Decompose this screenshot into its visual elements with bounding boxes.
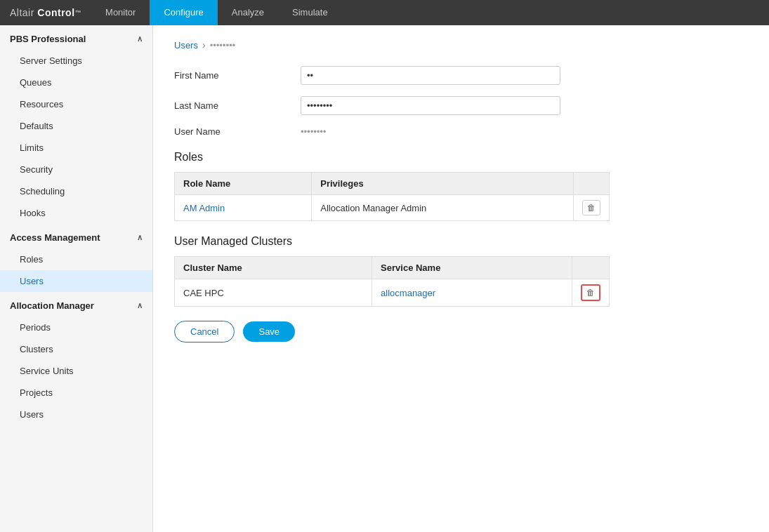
sidebar-item-security[interactable]: Security [0, 159, 152, 180]
cluster-name-cell: CAE HPC [175, 279, 372, 307]
main-layout: PBS Professional ∧ Server Settings Queue… [0, 25, 769, 532]
sidebar-item-limits[interactable]: Limits [0, 137, 152, 159]
first-name-label: First Name [174, 70, 301, 81]
chevron-up-icon-3: ∧ [137, 301, 143, 310]
nav-tab-analyze[interactable]: Analyze [218, 0, 278, 25]
nav-tab-configure[interactable]: Configure [150, 0, 217, 25]
sidebar-item-hooks[interactable]: Hooks [0, 202, 152, 224]
sidebar-section-allocation-manager-label: Allocation Manager [10, 300, 94, 311]
sidebar-item-am-users[interactable]: Users [0, 404, 152, 425]
form-group-first-name: First Name [174, 66, 748, 85]
breadcrumb-parent[interactable]: Users [174, 40, 198, 51]
logo-control: Control [37, 7, 74, 18]
first-name-input[interactable] [301, 66, 560, 85]
chevron-up-icon-2: ∧ [137, 233, 143, 242]
logo-altair: Altair [10, 7, 34, 18]
nav-tab-monitor[interactable]: Monitor [91, 0, 150, 25]
role-name-cell[interactable]: AM Admin [175, 195, 312, 221]
sidebar-section-pbs-professional-label: PBS Professional [10, 34, 86, 44]
sidebar-item-scheduling[interactable]: Scheduling [0, 180, 152, 202]
top-navigation: Altair Control™ Monitor Configure Analyz… [0, 0, 769, 25]
app-logo: Altair Control™ [0, 7, 91, 18]
role-delete-cell: 🗑 [574, 195, 610, 221]
sidebar-item-users[interactable]: Users [0, 270, 152, 292]
roles-table: Role Name Privileges AM Admin Allocation… [174, 172, 610, 221]
sidebar-item-defaults[interactable]: Defaults [0, 115, 152, 137]
service-name-cell[interactable]: allocmanager [372, 279, 572, 307]
last-name-label: Last Name [174, 100, 301, 111]
last-name-input[interactable] [301, 96, 560, 115]
breadcrumb-current: •••••••• [210, 40, 235, 51]
sidebar-item-periods[interactable]: Periods [0, 317, 152, 338]
breadcrumb: Users › •••••••• [174, 39, 748, 51]
form-group-user-name: User Name •••••••• [174, 126, 748, 137]
table-row: AM Admin Allocation Manager Admin 🗑 [175, 195, 610, 221]
logo-tm: ™ [75, 9, 82, 16]
sidebar-section-access-management-label: Access Management [10, 232, 100, 243]
form-group-last-name: Last Name [174, 96, 748, 115]
role-privileges-cell: Allocation Manager Admin [312, 195, 574, 221]
chevron-up-icon: ∧ [137, 34, 143, 44]
action-buttons: Cancel Save [174, 321, 748, 343]
save-button[interactable]: Save [243, 321, 295, 342]
user-name-value: •••••••• [301, 126, 326, 137]
sidebar-section-access-management[interactable]: Access Management ∧ [0, 225, 152, 248]
breadcrumb-separator: › [202, 39, 206, 51]
sidebar-item-queues[interactable]: Queues [0, 72, 152, 93]
sidebar-item-resources[interactable]: Resources [0, 93, 152, 115]
roles-col-privileges: Privileges [312, 173, 574, 195]
sidebar: PBS Professional ∧ Server Settings Queue… [0, 25, 153, 532]
sidebar-item-service-units[interactable]: Service Units [0, 360, 152, 382]
table-row: CAE HPC allocmanager 🗑 [175, 279, 610, 307]
clusters-col-cluster-name: Cluster Name [175, 257, 372, 279]
sidebar-item-server-settings[interactable]: Server Settings [0, 50, 152, 72]
sidebar-item-clusters[interactable]: Clusters [0, 338, 152, 360]
content-area: Users › •••••••• First Name Last Name Us… [153, 25, 769, 532]
roles-section-heading: Roles [174, 151, 748, 164]
clusters-col-service-name: Service Name [372, 257, 572, 279]
sidebar-item-projects[interactable]: Projects [0, 382, 152, 404]
roles-col-delete [574, 173, 610, 195]
roles-col-role-name: Role Name [175, 173, 312, 195]
cancel-button[interactable]: Cancel [174, 321, 235, 343]
clusters-table: Cluster Name Service Name CAE HPC allocm… [174, 256, 610, 307]
role-delete-button[interactable]: 🗑 [582, 200, 600, 215]
user-name-label: User Name [174, 126, 301, 137]
cluster-delete-button[interactable]: 🗑 [581, 284, 600, 301]
clusters-col-delete [572, 257, 610, 279]
nav-tab-simulate[interactable]: Simulate [278, 0, 342, 25]
sidebar-section-pbs-professional[interactable]: PBS Professional ∧ [0, 27, 152, 50]
cluster-delete-cell: 🗑 [572, 279, 610, 307]
sidebar-section-allocation-manager[interactable]: Allocation Manager ∧ [0, 293, 152, 317]
trash-icon: 🗑 [587, 203, 596, 213]
clusters-section-heading: User Managed Clusters [174, 235, 748, 248]
sidebar-item-roles[interactable]: Roles [0, 248, 152, 270]
trash-icon-2: 🗑 [586, 288, 595, 298]
